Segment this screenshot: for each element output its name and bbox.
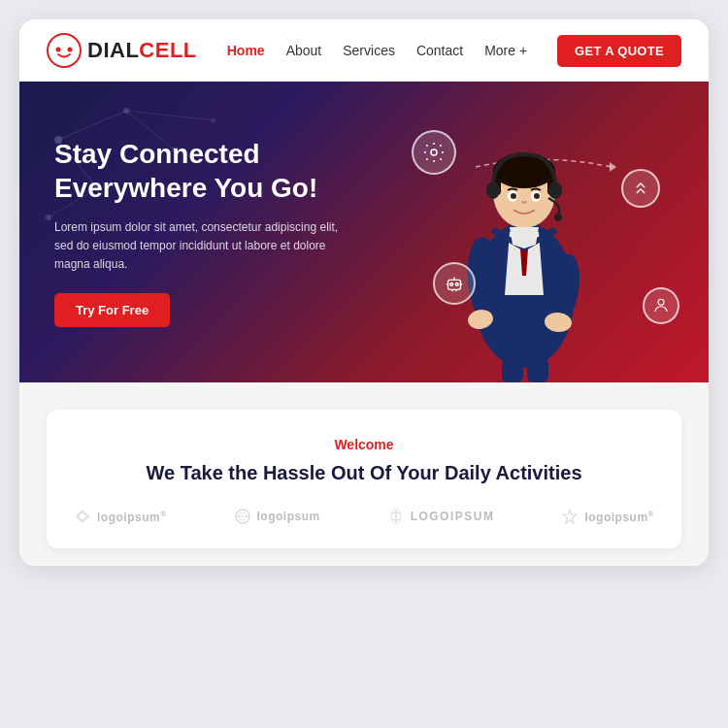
- welcome-section: Welcome We Take the Hassle Out Of Your D…: [19, 382, 709, 566]
- welcome-card: Welcome We Take the Hassle Out Of Your D…: [47, 410, 681, 548]
- svg-rect-40: [502, 358, 523, 382]
- logoipsum-icon-3: [387, 508, 405, 525]
- logo-label-2: logoipsum: [257, 510, 320, 523]
- handshake-float-icon: [621, 169, 660, 208]
- nav-item-home[interactable]: Home: [227, 42, 265, 59]
- nav-item-contact[interactable]: Contact: [416, 42, 463, 59]
- nav-item-services[interactable]: Services: [343, 42, 395, 59]
- logo-label-4: logoipsum®: [584, 510, 654, 524]
- nav-links: Home About Services Contact More +: [227, 42, 527, 59]
- logoipsum-icon-1: [74, 508, 91, 525]
- nav-item-about[interactable]: About: [286, 42, 322, 59]
- hero-content: Stay Connected Everywhere You Go! Lorem …: [19, 106, 388, 359]
- logo-item-1: logoipsum®: [74, 508, 167, 525]
- logo-item-2: logoipsum: [234, 508, 320, 525]
- svg-point-33: [486, 182, 500, 199]
- svg-point-2: [68, 48, 73, 52]
- svg-point-1: [56, 48, 61, 52]
- support-float-icon: [643, 287, 679, 324]
- svg-point-38: [511, 193, 516, 199]
- logo: DIALCELL: [47, 33, 197, 68]
- welcome-tag: Welcome: [74, 437, 654, 452]
- gear-float-icon: [412, 130, 456, 175]
- logo-item-4: logoipsum®: [561, 508, 654, 525]
- hero-description: Lorem ipsum dolor sit amet, consectetur …: [54, 218, 353, 275]
- logoipsum-icon-4: [561, 508, 579, 525]
- robot-float-icon: [433, 262, 476, 305]
- svg-point-39: [534, 193, 540, 199]
- svg-point-16: [450, 283, 453, 286]
- svg-point-0: [48, 34, 81, 67]
- svg-point-14: [431, 149, 437, 155]
- page-wrapper: DIALCELL Home About Services Contact Mor…: [19, 19, 709, 566]
- logo-text: DIALCELL: [87, 38, 197, 63]
- nav-item-more[interactable]: More +: [484, 42, 527, 59]
- svg-point-34: [548, 182, 562, 199]
- logo-item-3: LOGOIPSUM: [387, 508, 495, 525]
- logo-label-3: LOGOIPSUM: [411, 510, 495, 523]
- svg-point-35: [554, 214, 562, 221]
- hero-person-image: [417, 91, 631, 382]
- svg-rect-41: [527, 358, 548, 382]
- hero-section: Stay Connected Everywhere You Go! Lorem …: [19, 82, 709, 382]
- welcome-title: We Take the Hassle Out Of Your Daily Act…: [74, 460, 654, 486]
- logoipsum-icon-2: [234, 508, 251, 525]
- svg-point-18: [658, 299, 664, 305]
- logo-label-1: logoipsum®: [97, 510, 167, 524]
- hero-title: Stay Connected Everywhere You Go!: [54, 137, 353, 205]
- get-quote-button[interactable]: GET A QUOTE: [557, 35, 681, 67]
- logo-icon: [47, 33, 82, 68]
- person-svg: [432, 101, 616, 382]
- try-for-free-button[interactable]: Try For Free: [54, 293, 170, 327]
- partner-logos: logoipsum® logoipsum: [74, 508, 654, 525]
- navbar: DIALCELL Home About Services Contact Mor…: [19, 19, 709, 82]
- svg-point-17: [455, 283, 458, 286]
